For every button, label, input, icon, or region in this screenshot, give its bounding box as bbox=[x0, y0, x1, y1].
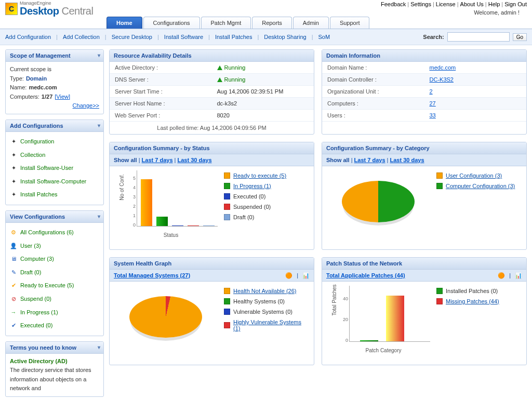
table-row: Server Start Time :Aug 14,2006 02:39:51 … bbox=[110, 86, 314, 98]
patch-legend: Installed Patches (0)Missing Patches (44… bbox=[436, 286, 522, 361]
last7-link[interactable]: Last 7 days bbox=[142, 157, 173, 163]
cfg-status-chart: No of Conf. 012345 Status bbox=[124, 170, 218, 238]
subnav-desktop-sharing[interactable]: Desktop Sharing bbox=[264, 34, 306, 40]
top-link-about-us[interactable]: About Us bbox=[460, 1, 484, 7]
legend-swatch bbox=[436, 183, 443, 189]
add-config-item[interactable]: ✦Install Software-User bbox=[10, 162, 99, 175]
last7-link[interactable]: Last 7 days bbox=[354, 157, 385, 163]
top-link-feedback[interactable]: Feedback bbox=[381, 1, 406, 7]
terms-header: Terms you need to know▾ bbox=[6, 342, 103, 354]
legend-item: Executed (0) bbox=[224, 191, 310, 202]
legend-swatch bbox=[224, 322, 230, 328]
domain-link[interactable]: medc.com bbox=[430, 64, 456, 71]
cfg-category-pie bbox=[342, 181, 415, 222]
top-link-help[interactable]: Help bbox=[488, 1, 500, 7]
legend-link[interactable]: User Configuration (3) bbox=[446, 172, 502, 179]
subnav-add-configuration[interactable]: Add Configuration bbox=[5, 34, 51, 40]
running-icon bbox=[217, 77, 222, 82]
subnav-add-collection[interactable]: Add Collection bbox=[63, 34, 100, 40]
add-config-item[interactable]: ✦Collection bbox=[10, 149, 99, 162]
health-sub-link[interactable]: Total Managed Systems (27) bbox=[114, 272, 190, 278]
subnav-secure-desktop[interactable]: Secure Desktop bbox=[112, 34, 152, 40]
subnav-som[interactable]: SoM bbox=[318, 34, 330, 40]
tab-support[interactable]: Support bbox=[330, 17, 370, 29]
pie-icon[interactable]: 🟠 bbox=[498, 272, 505, 279]
legend-item: In Progress (1) bbox=[224, 181, 310, 191]
legend-item: Missing Patches (44) bbox=[436, 296, 522, 307]
config-icon: ✦ bbox=[10, 138, 17, 145]
scope-type: Domain bbox=[26, 74, 47, 84]
last30-link[interactable]: Last 30 days bbox=[390, 157, 424, 163]
legend-swatch bbox=[224, 204, 230, 210]
subnav-install-software[interactable]: Install Software bbox=[164, 34, 203, 40]
domain-info-table: Domain Name :medc.comDomain Controller :… bbox=[322, 62, 526, 122]
bar-icon[interactable]: 📊 bbox=[515, 272, 522, 279]
view-config-item[interactable]: →In Progress (1) bbox=[10, 306, 99, 320]
view-config-item[interactable]: 🖥Computer (3) bbox=[10, 252, 99, 266]
view-config-item[interactable]: ✔Executed (0) bbox=[10, 319, 99, 332]
add-configs-header: Add Configurations▾ bbox=[6, 120, 103, 132]
patch-sub-link[interactable]: Total Applicable Patches (44) bbox=[326, 272, 405, 278]
main-nav: HomeConfigurationsPatch MgmtReportsAdmin… bbox=[0, 17, 532, 29]
tab-home[interactable]: Home bbox=[107, 17, 142, 29]
legend-link[interactable]: Missing Patches (44) bbox=[446, 298, 499, 304]
view-config-item[interactable]: ⊘Suspend (0) bbox=[10, 292, 99, 306]
config-icon: ✦ bbox=[10, 191, 17, 198]
top-link-sign-out[interactable]: Sign Out bbox=[504, 1, 527, 7]
subnav-install-patches[interactable]: Install Patches bbox=[215, 34, 252, 40]
search-input[interactable] bbox=[447, 32, 510, 42]
legend-link[interactable]: Health Not Available (26) bbox=[233, 288, 296, 294]
config-icon: ✦ bbox=[10, 165, 17, 172]
domain-link[interactable]: 27 bbox=[430, 100, 436, 107]
chevron-icon[interactable]: ▾ bbox=[98, 344, 100, 350]
chevron-icon[interactable]: ▾ bbox=[98, 123, 100, 128]
view-config-item[interactable]: ⚙All Configurations (6) bbox=[10, 226, 99, 240]
pie-icon[interactable]: 🟠 bbox=[285, 272, 292, 279]
last30-link[interactable]: Last 30 days bbox=[178, 157, 212, 163]
status-icon: ✔ bbox=[10, 282, 17, 289]
legend-link[interactable]: In Progress (1) bbox=[233, 183, 271, 189]
status-icon: ⚙ bbox=[10, 229, 17, 236]
domain-link[interactable]: 33 bbox=[430, 112, 436, 118]
legend-swatch bbox=[224, 193, 230, 200]
domain-link[interactable]: 2 bbox=[430, 88, 433, 95]
tab-admin[interactable]: Admin bbox=[293, 17, 329, 29]
cfg-status-header: Configuration Summary - by Status bbox=[110, 142, 314, 154]
legend-item: Suspended (0) bbox=[224, 202, 310, 212]
tab-reports[interactable]: Reports bbox=[252, 17, 292, 29]
top-link-settings[interactable]: Settings bbox=[410, 1, 431, 7]
legend-link[interactable]: Ready to execute (5) bbox=[233, 172, 286, 179]
scope-name: medc.com bbox=[29, 83, 57, 92]
add-config-item[interactable]: ✦Install Software-Computer bbox=[10, 175, 99, 189]
bar-icon[interactable]: 📊 bbox=[302, 272, 310, 279]
legend-swatch bbox=[224, 183, 230, 189]
domain-link[interactable]: DC-K3S2 bbox=[430, 76, 454, 83]
go-button[interactable]: Go bbox=[513, 33, 527, 41]
legend-item: Installed Patches (0) bbox=[436, 286, 522, 296]
scope-view-link[interactable]: [View] bbox=[55, 92, 70, 102]
view-config-item[interactable]: 👤User (3) bbox=[10, 240, 99, 253]
legend-link[interactable]: Highly Vulnerable Systems (1) bbox=[233, 319, 310, 331]
scope-change-link[interactable]: Change>> bbox=[73, 102, 99, 109]
tab-patch-mgmt[interactable]: Patch Mgmt bbox=[201, 17, 251, 29]
config-icon: ✦ bbox=[10, 151, 17, 158]
chevron-icon[interactable]: ▾ bbox=[98, 52, 100, 58]
sub-nav-links: Add Configuration|Add Collection|Secure … bbox=[5, 34, 330, 40]
add-config-item[interactable]: ✦Configuration bbox=[10, 135, 99, 149]
top-link-license[interactable]: License bbox=[436, 1, 456, 7]
brand-central: Central bbox=[59, 5, 93, 17]
chevron-icon[interactable]: ▾ bbox=[98, 214, 100, 219]
tab-configurations[interactable]: Configurations bbox=[143, 17, 200, 29]
table-row: Organizational Unit :2 bbox=[322, 86, 526, 98]
patch-chart: Total Patches 02040 Patch Category bbox=[337, 286, 430, 353]
add-config-item[interactable]: ✦Install Patches bbox=[10, 188, 99, 202]
legend-link[interactable]: Computer Configuration (3) bbox=[446, 183, 515, 189]
view-configs-list: ⚙All Configurations (6)👤User (3)🖥Compute… bbox=[10, 226, 99, 332]
view-config-item[interactable]: ✎Draft (0) bbox=[10, 266, 99, 280]
cfg-category-header: Configuration Summary - by Category bbox=[322, 142, 526, 154]
table-row: Users :33 bbox=[322, 110, 526, 122]
legend-swatch bbox=[224, 298, 230, 304]
table-row: Domain Name :medc.com bbox=[322, 62, 526, 74]
view-config-item[interactable]: ✔Ready to Execute (5) bbox=[10, 279, 99, 292]
legend-item: Highly Vulnerable Systems (1) bbox=[224, 317, 310, 334]
